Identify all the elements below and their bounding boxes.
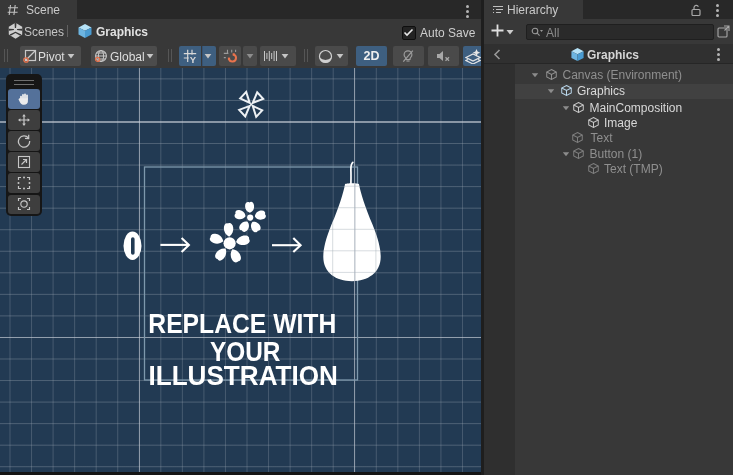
svg-text:Y: Y xyxy=(190,54,197,63)
svg-text:ILLUSTRATION: ILLUSTRATION xyxy=(148,359,338,391)
